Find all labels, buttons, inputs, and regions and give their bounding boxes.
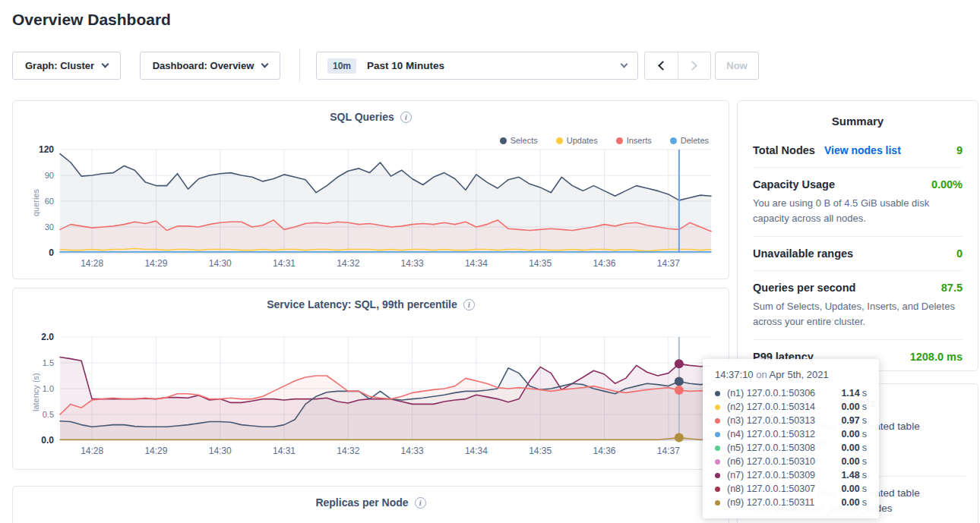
info-icon[interactable]: i — [415, 497, 426, 509]
node-color-dot-icon — [715, 473, 720, 478]
replicas-per-node-panel: Replicas per Node i — [12, 486, 729, 523]
tooltip-node-address: (n2) 127.0.0.1:50314 — [727, 402, 841, 412]
time-step-buttons — [644, 52, 711, 80]
info-icon[interactable]: i — [463, 299, 475, 310]
tooltip-node-row: (n6) 127.0.0.1:503100.00s — [715, 455, 867, 468]
tooltip-node-address: (n8) 127.0.0.1:50307 — [727, 484, 841, 494]
sql-queries-panel: SQL Queries i SelectsUpdatesInsertsDelet… — [12, 100, 729, 279]
tooltip-node-row: (n9) 127.0.0.1:503110.00s — [715, 496, 867, 509]
summary-row-value: 0.00% — [931, 178, 963, 191]
summary-row-header: Total NodesView nodes list9 — [753, 144, 963, 156]
svg-text:120: 120 — [39, 144, 54, 155]
tooltip-node-unit: s — [862, 484, 867, 494]
svg-text:14:32: 14:32 — [337, 258, 359, 269]
tooltip-node-address: (n1) 127.0.0.1:50306 — [727, 388, 841, 399]
tooltip-node-row: (n8) 127.0.0.1:503070.00s — [715, 482, 867, 496]
view-nodes-list-link[interactable]: View nodes list — [824, 144, 901, 156]
svg-text:14:33: 14:33 — [401, 258, 424, 269]
chevron-right-icon — [688, 61, 697, 71]
tooltip-node-unit: s — [862, 429, 867, 440]
summary-row: Queries per second87.5Sum of Selects, Up… — [753, 271, 963, 340]
tooltip-node-row: (n5) 127.0.0.1:503080.00s — [715, 441, 867, 455]
time-prev-button[interactable] — [645, 52, 678, 79]
svg-text:14:32: 14:32 — [337, 446, 359, 456]
svg-text:14:34: 14:34 — [465, 446, 488, 456]
service-latency-panel: Service Latency: SQL, 99th percentile i … — [12, 288, 729, 470]
tooltip-node-value: 1.48 — [841, 470, 859, 480]
svg-text:14:33: 14:33 — [401, 446, 424, 456]
tooltip-node-address: (n9) 127.0.0.1:50311 — [727, 497, 841, 508]
summary-panel: Summary Total NodesView nodes list9Capac… — [737, 100, 978, 371]
graph-scope-dropdown[interactable]: Graph: Cluster — [12, 52, 121, 80]
time-range-dropdown[interactable]: 10m Past 10 Minutes — [316, 52, 638, 80]
svg-text:14:29: 14:29 — [144, 258, 167, 269]
chart-hover-tooltip: 14:37:10 on Apr 5th, 2021 (n1) 127.0.0.1… — [703, 359, 879, 518]
tooltip-node-address: (n6) 127.0.0.1:50310 — [727, 456, 841, 467]
tooltip-node-address: (n7) 127.0.0.1:50309 — [727, 470, 841, 480]
chart-title: Service Latency: SQL, 99th percentile — [267, 298, 457, 310]
svg-text:14:36: 14:36 — [593, 446, 615, 456]
summary-row-value: 9 — [956, 144, 963, 156]
tooltip-node-unit: s — [862, 402, 867, 412]
tooltip-node-unit: s — [862, 443, 867, 453]
chart-title: SQL Queries — [330, 111, 394, 123]
summary-row-label: Queries per second — [753, 282, 855, 294]
svg-text:14:29: 14:29 — [144, 446, 167, 456]
service-latency-chart[interactable]: 0.00.51.01.52.014:2814:2914:3014:3114:32… — [13, 329, 730, 465]
tooltip-node-address: (n3) 127.0.0.1:50313 — [727, 415, 841, 426]
svg-text:14:34: 14:34 — [465, 258, 488, 269]
toolbar-divider — [299, 49, 300, 82]
summary-row-header: Queries per second87.5 — [753, 282, 963, 294]
crosshair-dot — [675, 376, 684, 386]
node-color-dot-icon — [715, 500, 720, 506]
tooltip-node-value: 0.00 — [841, 429, 859, 440]
tooltip-node-value: 0.00 — [841, 484, 859, 494]
tooltip-node-unit: s — [862, 497, 867, 508]
svg-text:60: 60 — [45, 197, 54, 206]
svg-text:14:31: 14:31 — [273, 446, 296, 456]
tooltip-timestamp: 14:37:10 on Apr 5th, 2021 — [715, 369, 867, 380]
info-icon[interactable]: i — [400, 112, 412, 123]
summary-row: Capacity Usage0.00%You are using 0 B of … — [753, 168, 963, 237]
tooltip-node-unit: s — [862, 456, 867, 467]
tooltip-node-row: (n4) 127.0.0.1:503120.00s — [715, 427, 867, 441]
time-next-button[interactable] — [678, 52, 711, 79]
tooltip-node-address: (n4) 127.0.0.1:50312 — [727, 429, 841, 440]
now-button[interactable]: Now — [715, 52, 759, 80]
svg-text:0.0: 0.0 — [41, 435, 54, 446]
svg-text:90: 90 — [45, 171, 54, 180]
node-color-dot-icon — [715, 432, 720, 437]
graph-scope-label: Graph: Cluster — [25, 60, 94, 71]
crosshair-dot — [675, 386, 684, 395]
summary-row-label: Total Nodes — [753, 144, 815, 156]
svg-text:14:37: 14:37 — [657, 258, 680, 269]
tooltip-node-unit: s — [862, 415, 867, 426]
summary-row: Unavailable ranges0 — [753, 237, 963, 271]
summary-row-value: 0 — [956, 247, 963, 260]
chevron-down-icon — [621, 61, 628, 68]
summary-row-header: Capacity Usage0.00% — [753, 178, 963, 191]
svg-text:14:31: 14:31 — [273, 258, 296, 269]
tooltip-node-value: 0.00 — [841, 497, 859, 508]
chevron-left-icon — [658, 61, 668, 71]
summary-title: Summary — [753, 115, 963, 128]
dashboard-dropdown[interactable]: Dashboard: Overview — [140, 52, 280, 80]
sql-queries-chart[interactable]: 030609012014:2814:2914:3014:3114:3214:33… — [13, 142, 730, 277]
svg-text:0: 0 — [49, 247, 54, 258]
svg-text:14:30: 14:30 — [209, 446, 232, 456]
crosshair-dot — [675, 359, 684, 368]
tooltip-node-row: (n7) 127.0.0.1:503091.48s — [715, 468, 867, 482]
tooltip-node-row: (n1) 127.0.0.1:503061.14s — [715, 386, 867, 400]
svg-text:2.0: 2.0 — [41, 332, 54, 342]
tooltip-node-value: 0.00 — [841, 402, 859, 412]
node-color-dot-icon — [715, 446, 720, 451]
chevron-down-icon — [102, 61, 109, 68]
summary-row-value: 87.5 — [941, 282, 963, 294]
summary-row-subtext: You are using 0 B of 4.5 GiB usable disk… — [753, 196, 963, 225]
tooltip-node-address: (n5) 127.0.0.1:50308 — [727, 443, 841, 453]
page-title: Overview Dashboard — [12, 11, 171, 29]
svg-text:14:35: 14:35 — [529, 446, 552, 456]
crosshair-dot — [675, 433, 684, 443]
tooltip-node-unit: s — [862, 388, 867, 399]
time-range-label: Past 10 Minutes — [367, 60, 613, 71]
